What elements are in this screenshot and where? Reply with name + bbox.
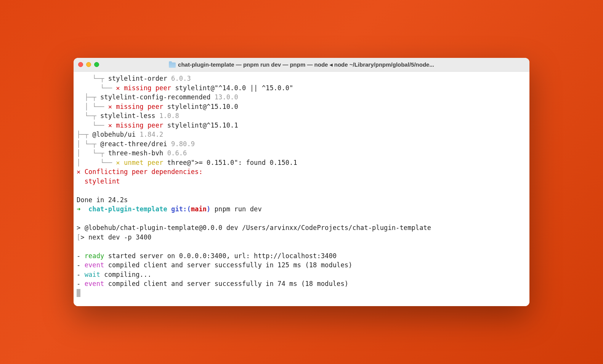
tree-line: ├─┬ stylelint-config-recommended 13.0.0	[77, 93, 526, 102]
tree-line: │ └── ✕ missing peer stylelint@^15.10.0	[77, 102, 526, 112]
terminal-output[interactable]: └─┬ stylelint-order 6.0.3 └── ✕ missing …	[74, 72, 529, 306]
next-ready: - ready started server on 0.0.0.0:3400, …	[77, 251, 526, 261]
next-wait: - wait compiling...	[77, 270, 526, 279]
close-icon[interactable]	[78, 62, 83, 67]
tree-line: │ └─┬ @react-three/drei 9.80.9	[77, 139, 526, 149]
tree-line: │ └─┬ three-mesh-bvh 0.6.6	[77, 148, 526, 158]
tree-line: ├─┬ @lobehub/ui 1.84.2	[77, 130, 526, 139]
next-event: - event compiled client and server succe…	[77, 260, 526, 270]
minimize-icon[interactable]	[86, 62, 91, 67]
tree-line: └─┬ stylelint-less 1.0.8	[77, 111, 526, 121]
script-line: > @lobehub/chat-plugin-template@0.0.0 de…	[77, 223, 526, 233]
tree-line: └─┬ stylelint-order 6.0.3	[77, 74, 526, 83]
title-label: chat-plugin-template — pnpm run dev — pn…	[178, 61, 434, 68]
blank-line	[77, 186, 526, 195]
terminal-window: chat-plugin-template — pnpm run dev — pn…	[74, 58, 529, 306]
maximize-icon[interactable]	[94, 62, 99, 67]
cursor-icon	[77, 289, 80, 297]
window-title: chat-plugin-template — pnpm run dev — pn…	[74, 61, 529, 68]
done-line: Done in 24.2s	[77, 195, 526, 205]
traffic-lights	[78, 62, 99, 67]
tree-line: └── ✕ missing peer stylelint@^15.10.1	[77, 121, 526, 130]
window-titlebar[interactable]: chat-plugin-template — pnpm run dev — pn…	[74, 58, 529, 72]
next-event: - event compiled client and server succe…	[77, 279, 526, 289]
script-line: [> next dev -p 3400	[77, 233, 526, 242]
prompt-line: ➜ chat-plugin-template git:(main) pnpm r…	[77, 204, 526, 214]
tree-line: └── ✕ missing peer stylelint@"^14.0.0 ||…	[77, 83, 526, 93]
conflict-package: stylelint	[77, 177, 526, 186]
folder-icon	[169, 62, 176, 68]
cursor-line	[77, 289, 526, 298]
blank-line	[77, 214, 526, 224]
tree-line: │ └── ✕ unmet peer three@">= 0.151.0": f…	[77, 158, 526, 168]
conflict-header: ✕ Conflicting peer dependencies:	[77, 167, 526, 177]
blank-line	[77, 242, 526, 251]
